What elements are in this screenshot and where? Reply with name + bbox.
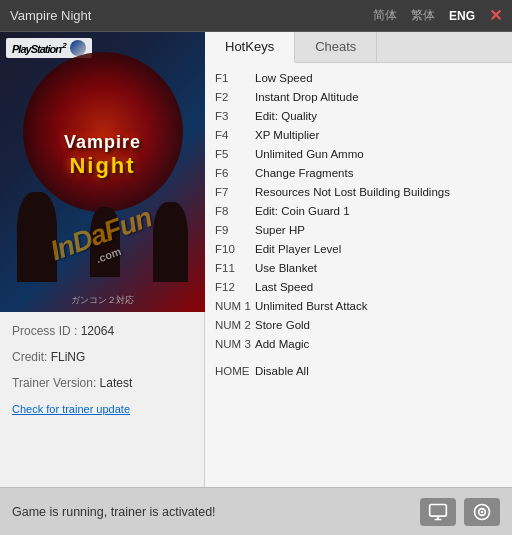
hotkey-row: F7Resources Not Lost Building Buildings xyxy=(215,183,502,202)
process-id-value: 12064 xyxy=(81,324,114,338)
hotkey-key: NUM 2 xyxy=(215,316,255,335)
music-icon xyxy=(472,502,492,522)
hotkey-desc: Use Blanket xyxy=(255,259,317,278)
hotkey-row: F9Super HP xyxy=(215,221,502,240)
hotkey-desc: Add Magic xyxy=(255,335,309,354)
hotkey-key: F5 xyxy=(215,145,255,164)
hotkey-key: NUM 3 xyxy=(215,335,255,354)
hotkey-desc: Edit Player Level xyxy=(255,240,341,259)
game-cover: PlayStation.2 Vampire Night InDaFun .com xyxy=(0,32,205,312)
silhouette-3 xyxy=(153,202,188,282)
credit-label: Credit: xyxy=(12,350,51,364)
hotkey-desc: Edit: Quality xyxy=(255,107,317,126)
hotkey-key: F3 xyxy=(215,107,255,126)
hotkey-desc: Resources Not Lost Building Buildings xyxy=(255,183,450,202)
hotkey-desc: Instant Drop Altitude xyxy=(255,88,359,107)
svg-point-3 xyxy=(481,510,484,513)
process-id-row: Process ID : 12064 xyxy=(12,322,192,340)
hotkey-key: F7 xyxy=(215,183,255,202)
ps2-label: PlayStation.2 xyxy=(12,41,66,55)
cover-title: Vampire Night xyxy=(13,132,193,179)
left-panel: PlayStation.2 Vampire Night InDaFun .com xyxy=(0,32,205,487)
hotkey-desc: Low Speed xyxy=(255,69,313,88)
hotkey-row: F10Edit Player Level xyxy=(215,240,502,259)
hotkey-row: F1Low Speed xyxy=(215,69,502,88)
hotkey-key: HOME xyxy=(215,362,255,381)
hotkey-row: NUM 2Store Gold xyxy=(215,316,502,335)
silhouettes xyxy=(0,182,205,282)
hotkey-desc: Store Gold xyxy=(255,316,310,335)
silhouette-1 xyxy=(17,192,57,282)
status-message: Game is running, trainer is activated! xyxy=(12,505,216,519)
tabs-bar: HotKeys Cheats xyxy=(205,32,512,63)
cover-title-line2: Night xyxy=(13,153,193,179)
tab-hotkeys[interactable]: HotKeys xyxy=(205,32,295,63)
close-button[interactable]: ✕ xyxy=(489,6,502,25)
main-content: PlayStation.2 Vampire Night InDaFun .com xyxy=(0,32,512,487)
hotkey-row: F6Change Fragments xyxy=(215,164,502,183)
hotkey-key: F4 xyxy=(215,126,255,145)
process-id-label: Process ID : xyxy=(12,324,81,338)
hotkey-key: NUM 1 xyxy=(215,297,255,316)
lang-controls: 简体 繁体 ENG ✕ xyxy=(369,5,502,26)
status-bar: Game is running, trainer is activated! xyxy=(0,487,512,535)
hotkey-desc: Unlimited Burst Attack xyxy=(255,297,367,316)
app-title: Vampire Night xyxy=(10,8,91,23)
status-icons xyxy=(420,498,500,526)
credit-value: FLiNG xyxy=(51,350,86,364)
lang-traditional-chinese[interactable]: 繁体 xyxy=(407,5,439,26)
right-panel: HotKeys Cheats F1Low SpeedF2Instant Drop… xyxy=(205,32,512,487)
hotkey-key: F1 xyxy=(215,69,255,88)
update-link[interactable]: Check for trainer update xyxy=(12,403,130,415)
trainer-version-row: Trainer Version: Latest xyxy=(12,374,192,392)
monitor-icon-button[interactable] xyxy=(420,498,456,526)
hotkey-key: F12 xyxy=(215,278,255,297)
hotkey-row: NUM 3Add Magic xyxy=(215,335,502,354)
tab-cheats[interactable]: Cheats xyxy=(295,32,377,62)
update-link-row[interactable]: Check for trainer update xyxy=(12,400,192,418)
hotkeys-list: F1Low SpeedF2Instant Drop AltitudeF3Edit… xyxy=(205,63,512,487)
hotkey-desc: XP Multiplier xyxy=(255,126,319,145)
silhouette-2 xyxy=(90,207,120,277)
hotkey-row: F8Edit: Coin Guard 1 xyxy=(215,202,502,221)
hotkey-row: F2Instant Drop Altitude xyxy=(215,88,502,107)
hotkey-row xyxy=(215,354,502,362)
hotkey-row: F12Last Speed xyxy=(215,278,502,297)
music-icon-button[interactable] xyxy=(464,498,500,526)
hotkey-desc: Disable All xyxy=(255,362,309,381)
hotkey-desc: Unlimited Gun Ammo xyxy=(255,145,364,164)
hotkey-row: F4XP Multiplier xyxy=(215,126,502,145)
hotkey-key: F2 xyxy=(215,88,255,107)
hotkey-key: F11 xyxy=(215,259,255,278)
monitor-icon xyxy=(428,502,448,522)
hotkey-row: F11Use Blanket xyxy=(215,259,502,278)
lang-english[interactable]: ENG xyxy=(445,7,479,25)
hotkey-key: F8 xyxy=(215,202,255,221)
svg-rect-0 xyxy=(430,504,447,516)
lang-simplified-chinese[interactable]: 简体 xyxy=(369,5,401,26)
trainer-version-value: Latest xyxy=(100,376,133,390)
hotkey-key: F6 xyxy=(215,164,255,183)
info-area: Process ID : 12064 Credit: FLiNG Trainer… xyxy=(0,312,204,487)
hotkey-row: F5Unlimited Gun Ammo xyxy=(215,145,502,164)
cover-title-line1: Vampire xyxy=(13,132,193,153)
hotkey-row: NUM 1Unlimited Burst Attack xyxy=(215,297,502,316)
hotkey-desc: Edit: Coin Guard 1 xyxy=(255,202,350,221)
hotkey-desc: Change Fragments xyxy=(255,164,353,183)
credit-row: Credit: FLiNG xyxy=(12,348,192,366)
hotkey-desc: Last Speed xyxy=(255,278,313,297)
hotkey-desc: Super HP xyxy=(255,221,305,240)
trainer-version-label: Trainer Version: xyxy=(12,376,100,390)
cover-watermark: ガンコン２対応 xyxy=(0,294,205,307)
hotkey-row: F3Edit: Quality xyxy=(215,107,502,126)
hotkey-row: HOMEDisable All xyxy=(215,362,502,381)
hotkey-key: F9 xyxy=(215,221,255,240)
hotkey-key: F10 xyxy=(215,240,255,259)
title-bar: Vampire Night 简体 繁体 ENG ✕ xyxy=(0,0,512,32)
